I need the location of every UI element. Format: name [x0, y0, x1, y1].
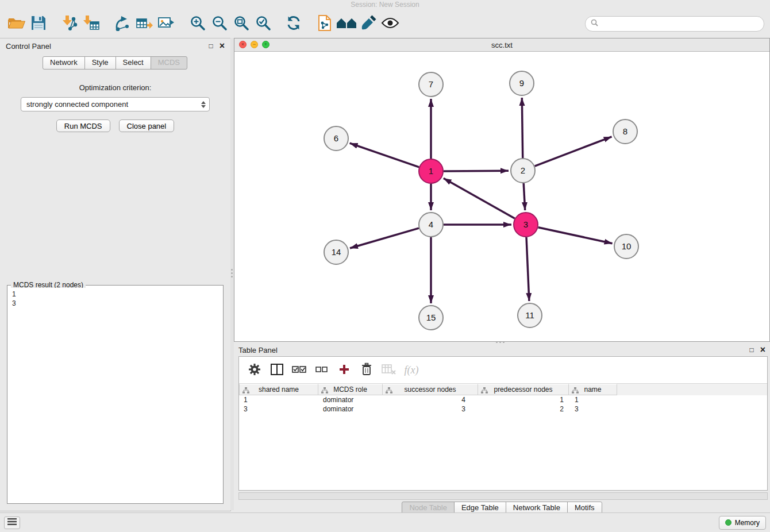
main-toolbar	[0, 9, 770, 38]
cell-name[interactable]: 1	[569, 396, 617, 404]
load-table-button[interactable]	[133, 12, 155, 35]
column-header-predecessor-nodes[interactable]: predecessor nodes	[478, 384, 569, 395]
criterion-select-value: strongly connected component	[26, 100, 128, 109]
cell-predecessor-nodes[interactable]: 1	[478, 396, 569, 404]
graph-edge-3-10[interactable]	[538, 228, 613, 244]
window-titlebar: Session: New Session	[0, 0, 770, 9]
cell-successor-nodes[interactable]: 3	[383, 405, 478, 413]
cell-name[interactable]: 3	[569, 405, 617, 413]
column-header-mcds-role[interactable]: MCDS role	[318, 384, 383, 395]
zoom-in-button[interactable]	[186, 12, 208, 35]
column-header-successor-nodes[interactable]: successor nodes	[383, 384, 478, 395]
delete-table-button[interactable]	[382, 361, 396, 379]
tab-mcds[interactable]: MCDS	[151, 56, 187, 70]
criterion-select[interactable]: strongly connected component	[21, 97, 210, 111]
unchecked-boxes-icon	[315, 365, 328, 375]
function-builder-button[interactable]: f(x)	[404, 361, 419, 379]
close-panel-icon[interactable]: ×	[220, 42, 225, 50]
close-table-panel-icon[interactable]: ×	[760, 346, 765, 354]
column-header-name[interactable]: name	[569, 384, 617, 395]
tab-select[interactable]: Select	[116, 56, 151, 70]
load-network-button[interactable]	[111, 12, 133, 35]
paint-brush-icon	[360, 15, 376, 33]
control-panel-header: Control Panel □ ×	[0, 38, 230, 53]
column-type-icon	[481, 387, 488, 395]
graph-edge-3-11[interactable]	[526, 237, 529, 301]
task-history-button[interactable]	[4, 516, 20, 529]
table-horizontal-scrollbar[interactable]	[238, 492, 768, 500]
style-button[interactable]	[357, 12, 379, 35]
tab-style[interactable]: Style	[84, 56, 116, 70]
graph-edge-3-1[interactable]	[444, 178, 515, 218]
network-document-icon	[318, 15, 332, 33]
network-graph[interactable]: 7968124314101511	[234, 52, 769, 341]
table-toolbar: f(x)	[239, 357, 767, 383]
open-file-button[interactable]	[6, 12, 28, 35]
result-item[interactable]: 1	[12, 290, 218, 299]
column-header-label: successor nodes	[404, 385, 456, 394]
float-table-panel-icon[interactable]: □	[749, 346, 753, 353]
cell-predecessor-nodes[interactable]: 2	[478, 405, 569, 413]
mcds-result-list[interactable]: 1 3	[9, 288, 222, 502]
float-panel-icon[interactable]: □	[209, 43, 213, 49]
run-mcds-button[interactable]: Run MCDS	[56, 119, 110, 132]
graph-node-label: 15	[426, 313, 436, 322]
cell-shared-name[interactable]: 3	[239, 405, 318, 413]
delete-column-button[interactable]	[359, 361, 374, 379]
graph-edge-2-9[interactable]	[522, 98, 522, 158]
open-folder-icon	[8, 16, 25, 32]
tab-network[interactable]: Network	[43, 56, 85, 70]
add-column-button[interactable]	[337, 361, 352, 379]
column-header-label: name	[584, 385, 601, 394]
zoom-out-icon	[211, 15, 227, 32]
table-settings-button[interactable]	[247, 361, 262, 379]
network-arrow-icon	[114, 15, 130, 33]
minimize-window-icon[interactable]: −	[251, 41, 258, 48]
column-header-label: shared name	[259, 385, 299, 394]
apply-layout-button[interactable]	[283, 12, 305, 35]
graph-edge-2-3[interactable]	[523, 183, 525, 210]
delete-table-icon	[382, 364, 396, 377]
zoom-selected-button[interactable]	[252, 12, 274, 35]
cell-shared-name[interactable]: 1	[239, 396, 318, 404]
import-network-button[interactable]	[59, 12, 80, 35]
zoom-in-icon	[190, 15, 205, 32]
close-panel-button[interactable]: Close panel	[119, 119, 175, 132]
save-session-button[interactable]	[28, 12, 49, 35]
table-row[interactable]: 1 dominator 4 1 1	[239, 395, 767, 404]
import-network-icon	[61, 15, 78, 33]
deselect-all-columns-button[interactable]	[314, 361, 329, 379]
network-file-button[interactable]	[314, 12, 336, 35]
import-table-button[interactable]	[80, 12, 102, 35]
graph-edge-1-2[interactable]	[444, 171, 509, 171]
zoom-out-button[interactable]	[208, 12, 230, 35]
memory-button[interactable]: Memory	[719, 516, 766, 530]
result-item[interactable]: 3	[12, 299, 218, 308]
close-window-icon[interactable]: ×	[239, 41, 247, 48]
table-row[interactable]: 3 dominator 3 2 3	[239, 404, 767, 414]
splitter-handle[interactable]	[231, 269, 233, 277]
select-all-columns-button[interactable]	[292, 361, 307, 379]
table-panel: Table Panel □ ×	[234, 344, 770, 512]
eye-icon	[381, 17, 399, 30]
table-splitter-handle[interactable]	[496, 341, 505, 343]
zoom-fit-button[interactable]	[230, 12, 252, 35]
show-columns-button[interactable]	[270, 361, 284, 379]
search-box[interactable]	[585, 16, 764, 32]
export-image-button[interactable]	[155, 12, 177, 35]
show-hide-button[interactable]	[379, 12, 401, 35]
cell-mcds-role[interactable]: dominator	[318, 396, 383, 404]
maximize-window-icon[interactable]: +	[262, 41, 270, 48]
graph-edge-4-14[interactable]	[350, 228, 419, 248]
table-panel-header: Table Panel □ ×	[234, 344, 770, 356]
graph-edge-2-8[interactable]	[535, 137, 612, 166]
column-header-shared-name[interactable]: shared name	[239, 384, 318, 395]
graph-edge-1-6[interactable]	[350, 143, 419, 167]
columns-icon	[271, 364, 283, 377]
cell-successor-nodes[interactable]: 4	[383, 396, 478, 404]
application-window: Session: New Session	[0, 0, 770, 532]
control-panel: Control Panel □ × Network Style Select M…	[0, 38, 231, 511]
cell-mcds-role[interactable]: dominator	[318, 405, 383, 413]
first-neighbors-button[interactable]	[336, 12, 357, 35]
search-input[interactable]	[602, 19, 759, 29]
